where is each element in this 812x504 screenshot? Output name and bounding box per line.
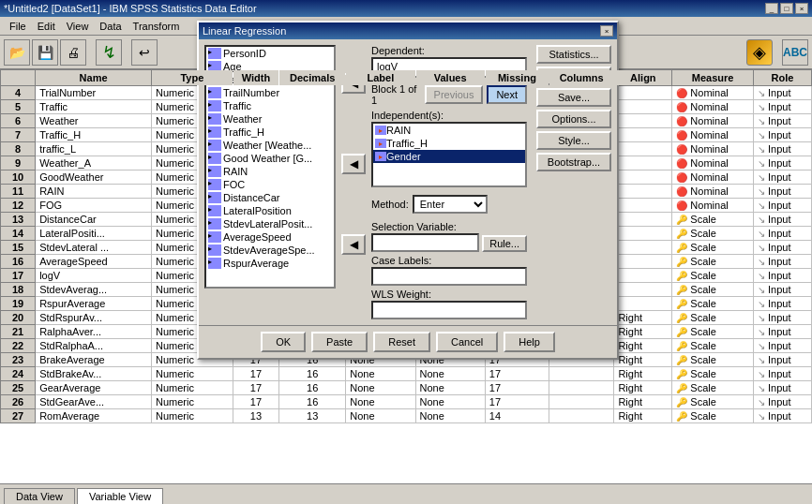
add-cases-icon[interactable]: ↯	[96, 39, 122, 66]
reset-button[interactable]: Reset	[373, 332, 430, 352]
row-name[interactable]: TrialNumber	[36, 86, 152, 100]
row-measure[interactable]: 🔴 Nominal	[672, 199, 754, 213]
row-name[interactable]: Weather_A	[36, 156, 152, 170]
row-align[interactable]	[614, 283, 672, 297]
options-button[interactable]: Options...	[536, 110, 611, 128]
row-name[interactable]: RAIN	[36, 185, 152, 199]
row-measure[interactable]: 🔴 Nominal	[672, 86, 754, 100]
row-decimals[interactable]: 13	[279, 409, 346, 423]
row-measure[interactable]: 🔑 Scale	[672, 381, 754, 395]
row-role[interactable]: ↘ Input	[753, 142, 811, 156]
row-role[interactable]: ↘ Input	[753, 339, 811, 353]
row-type[interactable]: Numeric	[152, 409, 233, 423]
row-role[interactable]: ↘ Input	[753, 255, 811, 269]
col-header-name[interactable]: Name	[36, 70, 152, 86]
row-role[interactable]: ↘ Input	[753, 325, 811, 339]
row-measure[interactable]: 🔴 Nominal	[672, 185, 754, 199]
row-align[interactable]: Right	[614, 367, 672, 381]
row-width[interactable]: 17	[233, 381, 279, 395]
col-header-label[interactable]: Label	[346, 70, 415, 86]
window-controls[interactable]: _ □ ×	[765, 3, 808, 14]
row-name[interactable]: RspurAverage	[36, 297, 152, 311]
chart-icon[interactable]: ◈	[746, 39, 773, 66]
row-role[interactable]: ↘ Input	[753, 395, 811, 409]
row-name[interactable]: GoodWeather	[36, 170, 152, 185]
row-label[interactable]: None	[346, 409, 415, 423]
row-columns[interactable]	[549, 381, 613, 395]
row-role[interactable]: ↘ Input	[753, 156, 811, 170]
row-align[interactable]	[614, 128, 672, 142]
var-list-item[interactable]: ▸RspurAverage	[206, 257, 334, 270]
row-align[interactable]	[614, 199, 672, 213]
row-decimals[interactable]: 16	[279, 395, 346, 409]
row-missing[interactable]: 17	[485, 367, 549, 381]
row-name[interactable]: RalphaAver...	[36, 325, 152, 339]
independent-item[interactable]: ▸Gender	[373, 150, 525, 163]
row-width[interactable]: 13	[233, 409, 279, 423]
row-align[interactable]	[614, 255, 672, 269]
row-measure[interactable]: 🔴 Nominal	[672, 100, 754, 114]
save-button[interactable]: Save...	[536, 88, 611, 107]
var-list-item[interactable]: ▸Traffic	[206, 99, 334, 112]
row-name[interactable]: StdRalphaA...	[36, 339, 152, 353]
close-button[interactable]: ×	[795, 3, 808, 14]
row-role[interactable]: ↘ Input	[753, 185, 811, 199]
next-button[interactable]: Next	[487, 85, 527, 104]
menu-data[interactable]: Data	[94, 19, 127, 34]
print-icon[interactable]: 🖨	[60, 39, 86, 66]
row-name[interactable]: StdevAverag...	[36, 283, 152, 297]
var-list-item[interactable]: ▸LateralPosition	[206, 204, 334, 217]
row-measure[interactable]: 🔑 Scale	[672, 269, 754, 283]
row-name[interactable]: StdevLateral ...	[36, 241, 152, 255]
row-role[interactable]: ↘ Input	[753, 213, 811, 227]
col-header-values[interactable]: Values	[415, 70, 485, 86]
row-name[interactable]: RomAverage	[36, 409, 152, 423]
row-width[interactable]: 17	[233, 367, 279, 381]
table-row[interactable]: 24 StdBrakeAv... Numeric 17 16 None None…	[1, 367, 812, 381]
row-align[interactable]	[614, 86, 672, 100]
row-measure[interactable]: 🔑 Scale	[672, 227, 754, 241]
col-header-columns[interactable]: Columns	[549, 70, 613, 86]
row-values[interactable]: None	[415, 395, 485, 409]
row-role[interactable]: ↘ Input	[753, 381, 811, 395]
row-role[interactable]: ↘ Input	[753, 269, 811, 283]
row-measure[interactable]: 🔴 Nominal	[672, 114, 754, 128]
row-align[interactable]	[614, 170, 672, 185]
row-measure[interactable]: 🔑 Scale	[672, 353, 754, 367]
row-label[interactable]: None	[346, 381, 415, 395]
row-measure[interactable]: 🔑 Scale	[672, 325, 754, 339]
row-columns[interactable]	[549, 395, 613, 409]
tab-variable-view[interactable]: Variable View	[77, 488, 163, 504]
independents-listbox[interactable]: ▸RAIN▸Traffic_H▸Gender	[371, 122, 527, 187]
row-align[interactable]	[614, 213, 672, 227]
row-type[interactable]: Numeric	[152, 367, 233, 381]
row-missing[interactable]: 17	[485, 381, 549, 395]
row-role[interactable]: ↘ Input	[753, 227, 811, 241]
row-role[interactable]: ↘ Input	[753, 100, 811, 114]
row-missing[interactable]: 17	[485, 395, 549, 409]
row-measure[interactable]: 🔴 Nominal	[672, 170, 754, 185]
var-list-item[interactable]: ▸FOC	[206, 178, 334, 191]
row-align[interactable]: Right	[614, 409, 672, 423]
row-name[interactable]: DistanceCar	[36, 213, 152, 227]
menu-transform[interactable]: Transform	[128, 19, 186, 34]
table-row[interactable]: 27 RomAverage Numeric 13 13 None None 14…	[1, 409, 812, 423]
row-measure[interactable]: 🔑 Scale	[672, 297, 754, 311]
row-align[interactable]	[614, 114, 672, 128]
row-name[interactable]: Traffic	[36, 100, 152, 114]
row-measure[interactable]: 🔑 Scale	[672, 311, 754, 325]
row-role[interactable]: ↘ Input	[753, 114, 811, 128]
statistics-button[interactable]: Statistics...	[536, 45, 611, 64]
row-measure[interactable]: 🔑 Scale	[672, 241, 754, 255]
row-align[interactable]	[614, 100, 672, 114]
row-measure[interactable]: 🔑 Scale	[672, 255, 754, 269]
row-align[interactable]: Right	[614, 395, 672, 409]
undo-icon[interactable]: ↩	[131, 39, 158, 66]
row-role[interactable]: ↘ Input	[753, 283, 811, 297]
row-align[interactable]	[614, 269, 672, 283]
menu-view[interactable]: View	[61, 19, 95, 34]
row-name[interactable]: FOG	[36, 199, 152, 213]
independent-item[interactable]: ▸Traffic_H	[373, 137, 525, 150]
row-name[interactable]: traffic_L	[36, 142, 152, 156]
menu-edit[interactable]: Edit	[32, 19, 61, 34]
